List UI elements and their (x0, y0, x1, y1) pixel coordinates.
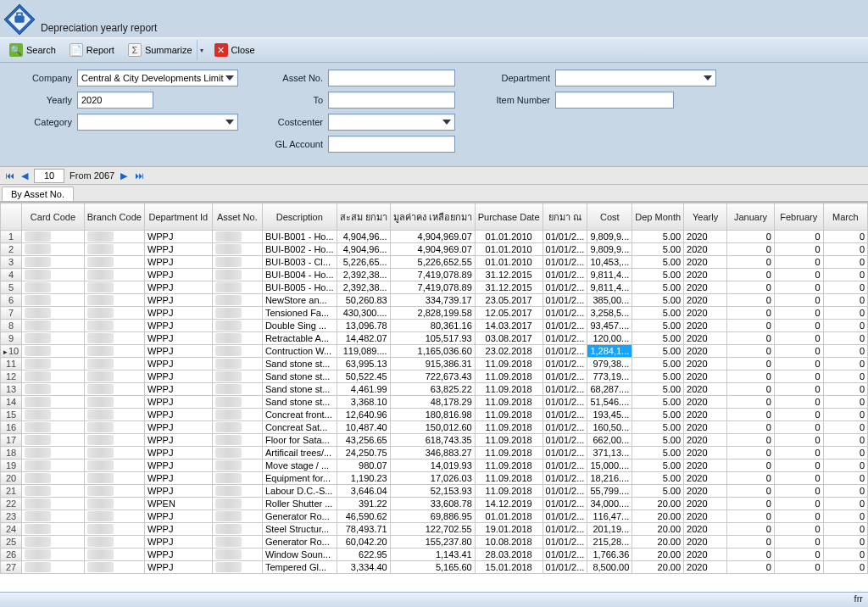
cell[interactable]: 0 (774, 561, 823, 574)
cell[interactable]: WPPJ (144, 332, 212, 345)
cell[interactable]: 0 (727, 561, 775, 574)
cell[interactable]: 8,500.00 (587, 561, 632, 574)
cell[interactable]: 2,392,38... (337, 269, 390, 281)
table-row[interactable]: 10████████WPPJ████Contruction W...119,08… (1, 345, 868, 358)
cell[interactable]: ████ (84, 421, 144, 434)
cell[interactable]: 0 (727, 498, 775, 510)
cell[interactable]: ████ (84, 294, 144, 307)
cell[interactable]: 0 (774, 294, 823, 307)
cell[interactable]: 346,883.27 (390, 447, 475, 459)
row-number[interactable]: 8 (1, 320, 22, 332)
cell[interactable]: WPEN (144, 498, 212, 510)
cell[interactable]: 371,13... (587, 447, 632, 459)
cell[interactable]: 20.00 (632, 536, 684, 549)
cell[interactable]: 2020 (684, 231, 727, 243)
cell[interactable]: 3,646.04 (337, 485, 390, 498)
cell[interactable]: 0 (823, 472, 867, 485)
cell[interactable]: 0 (774, 307, 823, 320)
cell[interactable]: 01/01/2... (542, 243, 587, 256)
cell[interactable]: 60,042.20 (337, 536, 390, 549)
cell[interactable]: 5.00 (632, 332, 684, 345)
cell[interactable]: 0 (727, 307, 775, 320)
cell[interactable]: 5.00 (632, 281, 684, 294)
cell[interactable]: 0 (774, 383, 823, 396)
table-row[interactable]: 12████████WPPJ████Sand stone st...50,522… (1, 370, 868, 383)
cell[interactable]: 01.01.2010 (475, 243, 542, 256)
cell[interactable]: 12,640.96 (337, 409, 390, 421)
cell[interactable]: 12.05.2017 (475, 307, 542, 320)
column-header[interactable]: February (774, 203, 823, 231)
cell[interactable]: 2020 (684, 256, 727, 269)
cell[interactable]: ████ (212, 269, 262, 281)
data-grid[interactable]: Card CodeBranch CodeDepartment IdAsset N… (0, 202, 868, 599)
cell[interactable]: Double Sing ... (262, 320, 337, 332)
glaccount-input[interactable] (328, 136, 455, 153)
cell[interactable]: ████ (22, 332, 84, 345)
cell[interactable]: ████ (212, 358, 262, 370)
cell[interactable]: 0 (823, 536, 867, 549)
cell[interactable]: 5.00 (632, 396, 684, 409)
cell[interactable]: ████ (84, 409, 144, 421)
column-header[interactable]: Cost (587, 203, 632, 231)
cell[interactable]: 51,546.... (587, 396, 632, 409)
cell[interactable]: ████ (22, 536, 84, 549)
cell[interactable]: 0 (823, 358, 867, 370)
cell[interactable]: 0 (727, 332, 775, 345)
cell[interactable]: 385,00... (587, 294, 632, 307)
cell[interactable]: 9,809,9... (587, 231, 632, 243)
cell[interactable]: 11.09.2018 (475, 358, 542, 370)
cell[interactable]: ████ (212, 409, 262, 421)
cell[interactable]: 01/01/2... (542, 396, 587, 409)
cell[interactable]: 2,392,38... (337, 281, 390, 294)
cell[interactable]: 01/01/2... (542, 523, 587, 536)
cell[interactable]: 5.00 (632, 383, 684, 396)
row-number[interactable]: 27 (1, 561, 22, 574)
column-header[interactable]: Description (262, 203, 337, 231)
cell[interactable]: 5.00 (632, 421, 684, 434)
cell[interactable]: Labour D.C.-S... (262, 485, 337, 498)
cell[interactable]: 20.00 (632, 561, 684, 574)
cell[interactable]: 01/01/2... (542, 256, 587, 269)
table-row[interactable]: 25████████WPPJ████Generator Ro...60,042.… (1, 536, 868, 549)
cell[interactable]: 23.02.2018 (475, 345, 542, 358)
cell[interactable]: 0 (727, 358, 775, 370)
row-number[interactable]: 5 (1, 281, 22, 294)
cell[interactable]: 1,165,036.60 (390, 345, 475, 358)
cell[interactable]: 48,178.29 (390, 396, 475, 409)
cell[interactable]: 31.12.2015 (475, 269, 542, 281)
row-number[interactable]: 9 (1, 332, 22, 345)
cell[interactable]: 5.00 (632, 370, 684, 383)
cell[interactable]: 2020 (684, 320, 727, 332)
cell[interactable]: WPPJ (144, 307, 212, 320)
cell[interactable]: 11.09.2018 (475, 421, 542, 434)
cell[interactable]: 34,000.... (587, 498, 632, 510)
column-header[interactable]: March (823, 203, 867, 231)
cell[interactable]: WPPJ (144, 281, 212, 294)
cell[interactable]: 0 (727, 294, 775, 307)
cell[interactable]: 01/01/2... (542, 358, 587, 370)
cell[interactable]: 11.09.2018 (475, 396, 542, 409)
cell[interactable]: BUI-B002 - Ho... (262, 243, 337, 256)
cell[interactable]: 0 (823, 409, 867, 421)
cell[interactable]: 17,026.03 (390, 472, 475, 485)
cell[interactable]: 215,28... (587, 536, 632, 549)
cell[interactable]: 334,739.17 (390, 294, 475, 307)
column-header[interactable]: Dep Month (632, 203, 684, 231)
cell[interactable]: 0 (774, 320, 823, 332)
cell[interactable]: ████ (22, 459, 84, 472)
row-number[interactable]: 7 (1, 307, 22, 320)
table-row[interactable]: 16████████WPPJ████Concreat Sat...10,487.… (1, 421, 868, 434)
cell[interactable]: 4,904,96... (337, 231, 390, 243)
cell[interactable]: 0 (727, 421, 775, 434)
row-number[interactable]: 2 (1, 243, 22, 256)
cell[interactable]: ████ (22, 434, 84, 447)
cell[interactable]: 618,743.35 (390, 434, 475, 447)
table-row[interactable]: 1████████WPPJ████BUI-B001 - Ho...4,904,9… (1, 231, 868, 243)
cell[interactable]: 3,368.10 (337, 396, 390, 409)
cell[interactable]: ████ (22, 320, 84, 332)
cell[interactable]: 50,522.45 (337, 370, 390, 383)
cell[interactable]: ████ (84, 447, 144, 459)
table-row[interactable]: 24████████WPPJ████Steel Structur...78,49… (1, 523, 868, 536)
cell[interactable]: Concreat Sat... (262, 421, 337, 434)
cell[interactable]: 11.09.2018 (475, 485, 542, 498)
